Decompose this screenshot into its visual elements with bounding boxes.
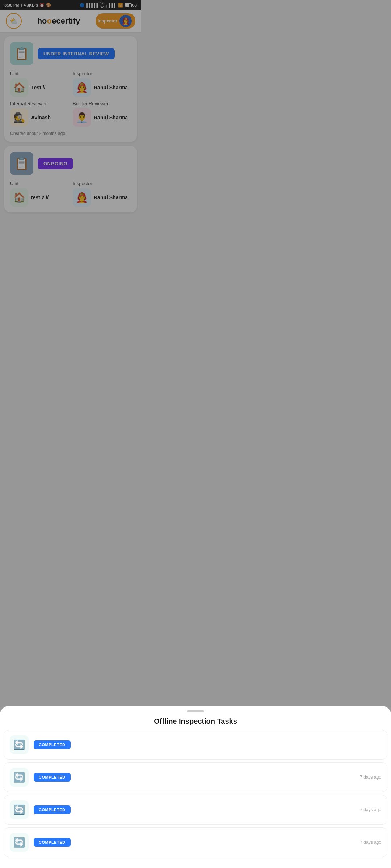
overlay-background[interactable] xyxy=(0,0,141,311)
